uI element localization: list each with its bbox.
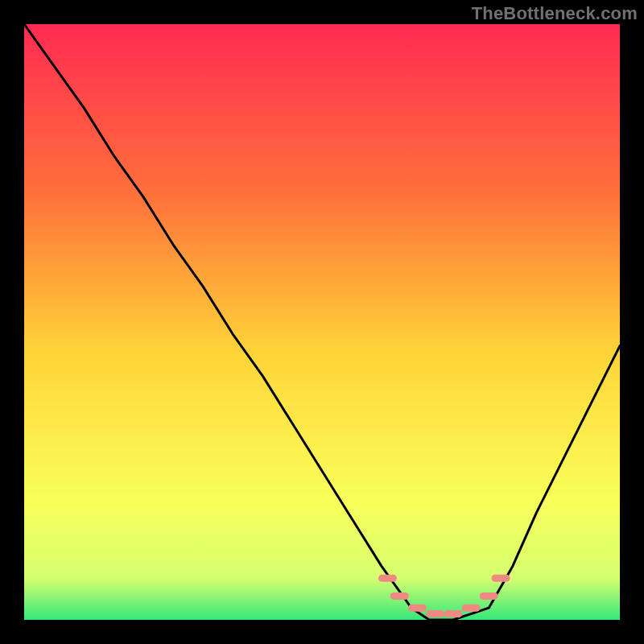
attribution-label: TheBottleneck.com <box>472 3 638 24</box>
bottleneck-chart <box>24 24 620 620</box>
chart-frame: TheBottleneck.com <box>0 0 644 644</box>
gradient-background <box>24 24 620 620</box>
plot-area <box>24 24 620 620</box>
